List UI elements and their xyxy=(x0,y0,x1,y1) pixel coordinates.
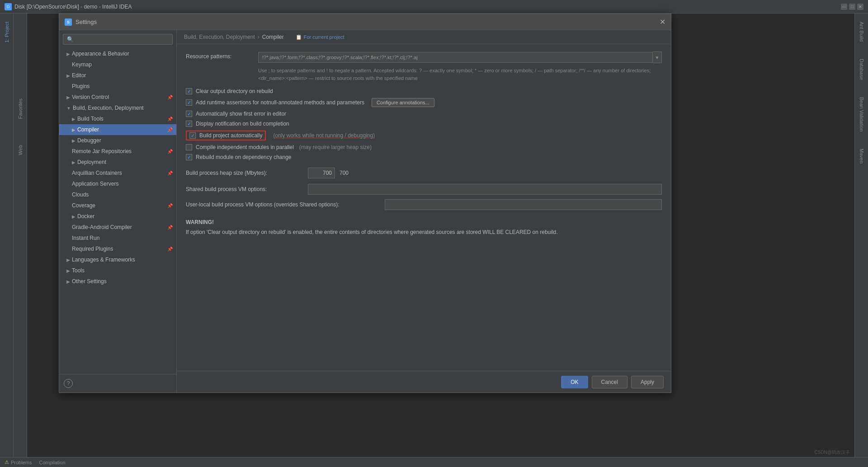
sidebar-item-version-control[interactable]: ▶ Version Control 📌 xyxy=(59,92,176,103)
checkbox-row-clear-output: ✓ Clear output directory on rebuild xyxy=(186,88,662,94)
status-bar: ⚠ Problems Compilation xyxy=(0,457,868,467)
resource-patterns-value[interactable]: !?*.java;!?*.form;!?*.class;!?*.groovy;!… xyxy=(258,52,653,63)
sidebar-label-languages: Languages & Frameworks xyxy=(72,257,135,263)
ok-btn[interactable]: OK xyxy=(561,376,588,388)
favorites-tab[interactable]: Favorites xyxy=(16,95,25,122)
arrow-icon-editor: ▶ xyxy=(66,73,70,78)
sidebar-item-build-tools[interactable]: ▶ Build Tools 📌 xyxy=(59,113,176,124)
checkbox-label-show-error: Automatically show first error in editor xyxy=(196,111,286,117)
arrow-icon-compiler: ▶ xyxy=(72,127,75,132)
checkbox-notification[interactable]: ✓ xyxy=(186,121,192,127)
help-icon[interactable]: ? xyxy=(64,379,73,388)
sidebar-item-appearance[interactable]: ▶ Appearance & Behavior xyxy=(59,48,176,59)
sidebar-item-docker[interactable]: ▶ Docker xyxy=(59,211,176,222)
heap-size-row: Build process heap size (Mbytes): 700 xyxy=(186,168,662,178)
sidebar-label-instant-run: Instant Run xyxy=(72,235,99,241)
checkbox-row-build-auto: ✓ Build project automatically (only work… xyxy=(186,131,662,140)
sidebar-item-coverage[interactable]: Coverage 📌 xyxy=(59,200,176,211)
app-title: Disk [D:\OpenSource\Disk] - demo - Intel… xyxy=(14,4,841,10)
sidebar-item-plugins[interactable]: Plugins xyxy=(59,81,176,92)
sidebar-item-build-exec[interactable]: ▼ Build, Execution, Deployment xyxy=(59,103,176,113)
pin-icon-bt: 📌 xyxy=(167,117,173,121)
check-icon-assert: ✓ xyxy=(187,100,191,106)
cancel-btn[interactable]: Cancel xyxy=(592,376,627,388)
sidebar-item-keymap[interactable]: Keymap xyxy=(59,59,176,70)
checkbox-build-auto[interactable]: ✓ xyxy=(189,132,196,139)
sidebar-item-deployment[interactable]: ▶ Deployment xyxy=(59,157,176,168)
sidebar-item-app-servers[interactable]: Application Servers xyxy=(59,178,176,189)
parallel-note: (may require larger heap size) xyxy=(299,144,372,150)
checkbox-rebuild[interactable]: ✓ xyxy=(186,154,192,160)
compilation-status: Compilation xyxy=(39,460,65,465)
sidebar-label-keymap: Keymap xyxy=(72,61,92,68)
project-tab[interactable]: 1: Project xyxy=(2,18,11,46)
pin-icon-cov: 📌 xyxy=(167,203,173,208)
checkbox-assertions[interactable]: ✓ xyxy=(186,99,192,106)
sidebar-item-compiler[interactable]: ▶ Compiler 📌 xyxy=(59,124,176,135)
resource-patterns-row: Resource patterns: !?*.java;!?*.form;!?*… xyxy=(186,51,662,63)
compilation-text: Compilation xyxy=(39,460,65,465)
sidebar-item-arquillian[interactable]: Arquillian Containers 📌 xyxy=(59,168,176,178)
check-icon-rebuild: ✓ xyxy=(187,154,191,160)
minimize-btn[interactable]: — xyxy=(841,4,847,10)
arrow-icon-docker: ▶ xyxy=(72,214,75,219)
sidebar-label-app-servers: Application Servers xyxy=(72,181,118,187)
checkbox-row-assertions: ✓ Add runtime assertions for notnull-ann… xyxy=(186,98,662,107)
checkbox-show-error[interactable]: ✓ xyxy=(186,111,192,117)
sidebar-item-gradle-android[interactable]: Gradle-Android Compiler 📌 xyxy=(59,222,176,233)
dialog-icon: S xyxy=(65,19,72,26)
for-project-label: 📋 For current project xyxy=(296,34,344,40)
configure-annotations-btn[interactable]: Configure annotations... xyxy=(372,98,434,107)
sidebar-item-languages[interactable]: ▶ Languages & Frameworks xyxy=(59,254,176,265)
settings-content-panel: Build, Execution, Deployment › Compiler … xyxy=(177,30,671,392)
maximize-btn[interactable]: □ xyxy=(849,4,855,10)
web-tab[interactable]: Web xyxy=(16,141,25,159)
ide-second-left-panel: Favorites Web xyxy=(14,14,27,457)
settings-tree: ▶ Appearance & Behavior Keymap ▶ Editor … xyxy=(59,48,176,374)
check-icon-notif: ✓ xyxy=(187,121,191,127)
sidebar-item-instant-run[interactable]: Instant Run xyxy=(59,233,176,243)
ide-right-panel: Ant Build Database Bean Validation Maven xyxy=(854,14,868,457)
ant-build-tab[interactable]: Ant Build xyxy=(857,18,866,45)
problems-status[interactable]: ⚠ Problems xyxy=(5,459,32,465)
arrow-icon-bt: ▶ xyxy=(72,117,75,121)
settings-search-input[interactable] xyxy=(63,34,173,45)
arrow-icon: ▶ xyxy=(66,51,70,56)
sidebar-label-coverage: Coverage xyxy=(72,202,167,209)
help-btn[interactable]: ? xyxy=(59,374,176,392)
sidebar-label-required-plugins: Required Plugins xyxy=(72,246,167,252)
dialog-close-btn[interactable]: ✕ xyxy=(660,18,665,26)
checkbox-clear-output[interactable]: ✓ xyxy=(186,88,192,94)
sidebar-item-remote-jar[interactable]: Remote Jar Repositories 📌 xyxy=(59,146,176,157)
pin-icon-rj: 📌 xyxy=(167,149,173,154)
maven-tab[interactable]: Maven xyxy=(857,145,866,167)
shared-vm-input[interactable] xyxy=(308,184,662,195)
apply-btn[interactable]: Apply xyxy=(631,376,664,388)
sidebar-label-remote-jar: Remote Jar Repositories xyxy=(72,148,167,154)
sidebar-item-tools[interactable]: ▶ Tools xyxy=(59,265,176,276)
sidebar-label-compiler: Compiler xyxy=(77,126,167,133)
settings-dialog: S Settings ✕ ▶ Appearance & Behavior xyxy=(59,14,671,393)
user-vm-input[interactable] xyxy=(385,199,662,210)
sidebar-item-required-plugins[interactable]: Required Plugins 📌 xyxy=(59,243,176,254)
arrow-icon-dep: ▶ xyxy=(72,160,75,165)
database-tab[interactable]: Database xyxy=(857,55,866,84)
bean-validation-tab[interactable]: Bean Validation xyxy=(857,93,866,135)
sidebar-item-debugger[interactable]: ▶ Debugger xyxy=(59,135,176,146)
arrow-icon-vc: ▶ xyxy=(66,95,70,100)
search-container xyxy=(59,30,176,48)
dialog-title: Settings xyxy=(75,19,660,25)
sidebar-item-clouds[interactable]: Clouds xyxy=(59,189,176,200)
checkbox-label-assertions: Add runtime assertions for notnull-annot… xyxy=(196,99,364,106)
checkbox-label-clear-output: Clear output directory on rebuild xyxy=(196,88,273,94)
checkbox-parallel[interactable] xyxy=(186,144,192,150)
settings-sidebar: ▶ Appearance & Behavior Keymap ▶ Editor … xyxy=(59,30,177,392)
app-icon: D xyxy=(5,3,12,10)
resource-patterns-expand-btn[interactable]: ▼ xyxy=(653,51,662,63)
build-auto-highlight-box: ✓ Build project automatically xyxy=(186,131,266,140)
close-app-btn[interactable]: ✕ xyxy=(857,4,863,10)
sidebar-item-editor[interactable]: ▶ Editor xyxy=(59,70,176,81)
heap-size-value-display: 700 xyxy=(340,170,349,176)
sidebar-item-other[interactable]: ▶ Other Settings xyxy=(59,276,176,287)
heap-size-input[interactable] xyxy=(308,168,335,178)
